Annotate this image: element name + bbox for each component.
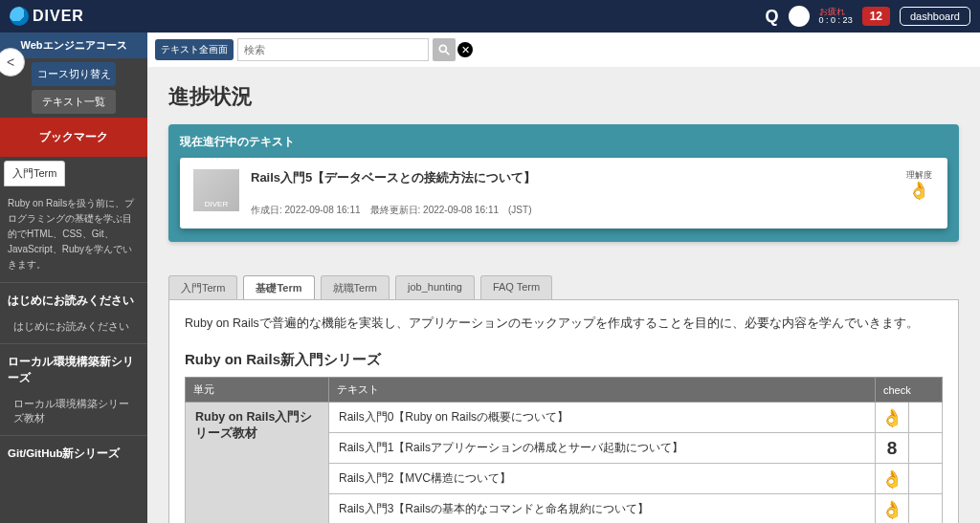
tab-job_hunting[interactable]: job_hunting [395, 275, 475, 299]
sidebar-section-2[interactable]: ローカル環境構築新シリーズ [0, 343, 147, 390]
lesson-cell[interactable]: Rails入門3【Railsの基本的なコマンドと命名規約について】 [329, 494, 876, 523]
timer: お疲れ 0 : 0 : 23 [819, 8, 853, 25]
check-cell[interactable]: 👌 [876, 464, 909, 494]
term-panel: Ruby on Railsで普遍的な機能を実装し、アプリケーションのモックアップ… [168, 299, 959, 523]
top-right: Q お疲れ 0 : 0 : 23 12 dashboard [766, 6, 970, 27]
check-cell-2[interactable] [909, 494, 943, 523]
tab-基礎Term[interactable]: 基礎Term [243, 275, 314, 299]
svg-line-1 [446, 52, 450, 55]
close-icon[interactable]: ✕ [457, 42, 473, 57]
table-row[interactable]: Ruby on Rails入門シリーズ教材Rails入門0【Ruby on Ra… [186, 403, 943, 433]
th-unit: 単元 [186, 378, 329, 403]
lesson-meta: 作成日: 2022-09-08 16:11 最終更新日: 2022-09-08 … [251, 204, 892, 217]
sidebar-item-1[interactable]: はじめにお読みください [0, 314, 147, 343]
help-icon[interactable]: Q [766, 7, 779, 27]
tab-入門Term[interactable]: 入門Term [168, 275, 237, 299]
search-icon[interactable] [433, 38, 456, 61]
switch-course-button[interactable]: コース切り替え [32, 62, 116, 86]
check-cell-2[interactable] [909, 403, 943, 433]
th-text: テキスト [329, 378, 876, 403]
understanding-badge: 理解度 👌 [903, 169, 934, 199]
lesson-table: 単元 テキスト check Ruby on Rails入門シリーズ教材Rails… [185, 377, 943, 523]
lesson-cell[interactable]: Rails入門1【Railsアプリケーションの構成とサーバ起動について】 [329, 433, 876, 464]
lesson-thumb: DIVER [193, 169, 239, 211]
count-badge[interactable]: 12 [862, 7, 890, 26]
fullscreen-tag[interactable]: テキスト全画面 [155, 39, 234, 60]
search-bar: テキスト全画面 ✕ [147, 33, 980, 67]
avatar[interactable] [789, 6, 810, 27]
sidebar-section-3[interactable]: Git/GitHub新シリーズ [0, 435, 147, 467]
th-check: check [876, 378, 943, 403]
term-desc: Ruby on Railsで普遍的な機能を実装し、アプリケーションのモックアップ… [185, 314, 943, 334]
svg-point-0 [439, 45, 446, 52]
check-cell[interactable]: 8 [876, 433, 909, 464]
tab-FAQ Term[interactable]: FAQ Term [480, 275, 552, 299]
brand[interactable]: DIVER [10, 7, 84, 26]
series-title: Ruby on Rails新入門シリーズ [185, 351, 943, 369]
term-tabs: 入門Term基礎Term就職Termjob_huntingFAQ Term [168, 274, 959, 299]
current-lesson[interactable]: DIVER Rails入門5【データベースとの接続方法について】 作成日: 20… [180, 158, 947, 229]
sidebar-desc: Ruby on Railsを扱う前に、プログラミングの基礎を学ぶ目的でHTML、… [0, 186, 147, 282]
current-card: 現在進行中のテキスト DIVER Rails入門5【データベースとの接続方法につ… [168, 124, 959, 242]
current-label: 現在進行中のテキスト [180, 134, 947, 150]
search-input[interactable] [237, 38, 429, 61]
sidebar-term-tab[interactable]: 入門Term [4, 161, 65, 186]
ok-icon: 👌 [881, 408, 902, 427]
lesson-cell[interactable]: Rails入門2【MVC構造について】 [329, 464, 876, 494]
sidebar-section-1[interactable]: はじめにお読みください [0, 282, 147, 314]
lesson-title: Rails入門5【データベースとの接続方法について】 [251, 169, 892, 186]
check-cell-2[interactable] [909, 433, 943, 464]
unit-cell: Ruby on Rails入門シリーズ教材 [186, 403, 329, 523]
check-cell[interactable]: 👌 [876, 403, 909, 433]
main: テキスト全画面 ✕ 進捗状況 現在進行中のテキスト DIVER Rails入門5… [147, 33, 980, 523]
check-cell-2[interactable] [909, 464, 943, 494]
sidebar-item-2[interactable]: ローカル環境構築シリーズ教材 [0, 391, 147, 436]
lesson-cell[interactable]: Rails入門0【Ruby on Railsの概要について】 [329, 403, 876, 433]
ok-icon: 👌 [903, 182, 934, 199]
bookmark-button[interactable]: ブックマーク [0, 118, 147, 157]
ok-icon: 👌 [881, 469, 902, 489]
dashboard-button[interactable]: dashboard [900, 7, 970, 26]
tab-就職Term[interactable]: 就職Term [321, 275, 390, 299]
page-title: 進捗状況 [168, 82, 959, 111]
ok-icon: 👌 [881, 500, 902, 519]
top-bar: DIVER Q お疲れ 0 : 0 : 23 12 dashboard [0, 0, 980, 33]
text-list-button[interactable]: テキスト一覧 [32, 90, 116, 114]
brand-icon [10, 7, 29, 26]
sidebar: Webエンジニアコース コース切り替え テキスト一覧 ブックマーク 入門Term… [0, 33, 147, 523]
brand-text: DIVER [33, 8, 84, 25]
check-cell[interactable]: 👌 [876, 494, 909, 523]
